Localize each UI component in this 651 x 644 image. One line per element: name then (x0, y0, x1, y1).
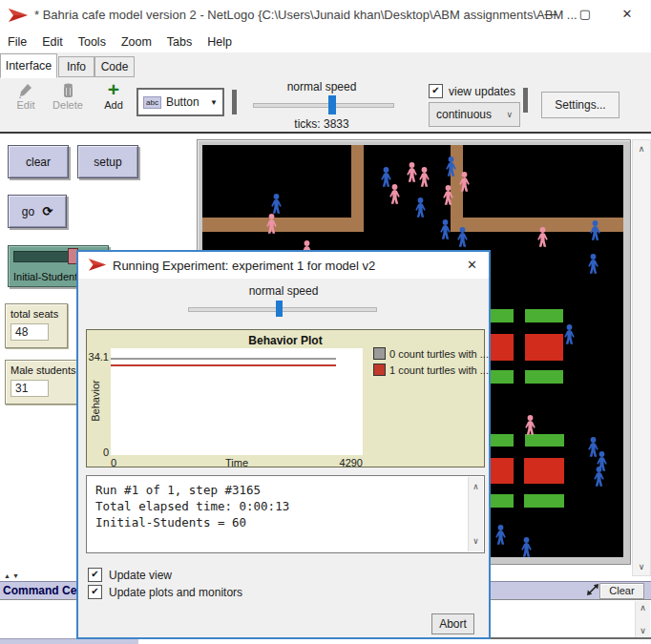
add-button[interactable]: + Add (98, 79, 129, 111)
student-agent-blue (587, 254, 599, 274)
student-agent-blue (563, 324, 576, 344)
student-agent-blue (270, 194, 283, 214)
scroll-down-icon[interactable]: ∨ (636, 626, 650, 635)
menu-file[interactable]: File (0, 32, 34, 52)
checkbox-check-icon: ✔ (88, 585, 102, 599)
student-agent-pink (418, 167, 430, 187)
monitor-label: Male students (10, 364, 75, 376)
toolbar-separator (232, 90, 237, 114)
y-axis-label: Behavior (90, 363, 101, 439)
x-axis-max-label: 4290 (111, 457, 363, 468)
forever-loop-icon: ⟳ (42, 204, 52, 218)
tab-interface[interactable]: Interface (0, 53, 57, 78)
checkbox-check-icon: ✔ (88, 568, 102, 582)
dialog-speed-slider-track[interactable] (188, 307, 377, 312)
close-button[interactable]: ✕ (613, 7, 641, 21)
netlogo-window: * Bahria cafe model version 2 - NetLogo … (0, 0, 651, 644)
pencil-icon (19, 83, 32, 99)
scroll-up-icon[interactable]: ∧ (636, 603, 650, 613)
title-bar: * Bahria cafe model version 2 - NetLogo … (0, 0, 651, 31)
settings-button[interactable]: Settings... (541, 92, 620, 118)
cafe-seat-red (524, 458, 564, 484)
abort-button[interactable]: Abort (431, 613, 474, 634)
cafe-seat-green (491, 309, 514, 322)
splitter-handle-icon[interactable]: ▲▼ (4, 572, 21, 579)
speed-slider-handle[interactable] (328, 95, 336, 114)
student-agent-blue (520, 537, 533, 557)
total-seats-monitor: total seats 48 (5, 303, 68, 348)
dropdown-arrow-icon: ▼ (210, 98, 218, 107)
tab-info[interactable]: Info (58, 56, 94, 77)
menu-tabs[interactable]: Tabs (159, 32, 200, 52)
speed-label: normal speed (250, 80, 393, 93)
menu-zoom[interactable]: Zoom (114, 32, 159, 52)
legend-swatch-gray (373, 347, 386, 360)
netlogo-logo-icon (89, 258, 107, 272)
student-agent-pink (406, 162, 418, 182)
legend-label: 0 count turtles with ... (389, 348, 489, 360)
minimize-button[interactable]: — (536, 7, 565, 21)
clear-button[interactable]: clear (8, 145, 69, 178)
student-agent-blue (456, 227, 469, 247)
experiment-output[interactable]: Run #1 of 1, step #3165 Total elapsed ti… (86, 475, 485, 553)
tab-code[interactable]: Code (94, 56, 135, 77)
update-mode-value: continuous (436, 108, 492, 121)
dialog-speed-slider-handle[interactable] (276, 301, 283, 317)
student-agent-blue (589, 220, 601, 240)
delete-button[interactable]: Delete (48, 83, 88, 111)
add-label: Add (98, 99, 129, 111)
y-axis-min-label: 0 (94, 447, 109, 458)
edit-label: Edit (8, 99, 44, 111)
menu-tools[interactable]: Tools (71, 32, 114, 52)
checkbox-check-icon: ✔ (429, 84, 443, 98)
student-agent-pink (524, 415, 536, 435)
student-agent-pink (458, 172, 471, 192)
maximize-button[interactable]: ▢ (571, 7, 599, 21)
dialog-title-bar: Running Experiment: experiment 1 for mod… (78, 252, 489, 279)
widget-type-value: Button (166, 95, 200, 109)
student-agent-pink (388, 184, 401, 204)
legend-swatch-red (373, 364, 386, 376)
detach-arrows-icon[interactable] (586, 584, 599, 596)
view-updates-checkbox[interactable]: ✔ view updates (429, 84, 515, 98)
student-agent-pink (442, 185, 454, 205)
running-experiment-dialog: Running Experiment: experiment 1 for mod… (76, 250, 491, 639)
plot-area (111, 348, 363, 455)
cafe-seat-green (525, 434, 564, 447)
cafe-seat-green (489, 494, 514, 508)
output-scrollbar[interactable]: ∧ ∨ (468, 477, 483, 551)
delete-label: Delete (48, 99, 88, 111)
speed-slider-track[interactable] (253, 103, 394, 108)
cafe-seat-green (489, 434, 514, 447)
cafe-wall (351, 145, 364, 232)
toolbar-separator-2 (523, 88, 528, 113)
menu-bar: File Edit Tools Zoom Tabs Help (0, 31, 651, 52)
scroll-down-icon[interactable]: ∨ (633, 562, 650, 571)
update-plots-checkbox[interactable]: ✔ Update plots and monitors (88, 585, 242, 599)
widget-type-dropdown[interactable]: abc Button ▼ (136, 88, 224, 116)
scroll-down-icon[interactable]: ∨ (469, 533, 483, 550)
student-agent-pink (536, 227, 549, 247)
male-students-monitor: Male students 31 (5, 360, 81, 405)
menu-edit[interactable]: Edit (34, 32, 71, 52)
dialog-speed-label: normal speed (78, 284, 489, 298)
command-center-clear-button[interactable]: Clear (599, 583, 644, 599)
dialog-close-icon[interactable]: ✕ (467, 258, 477, 272)
update-view-checkbox[interactable]: ✔ Update view (88, 568, 172, 582)
update-mode-dropdown[interactable]: continuous ∨ (429, 102, 520, 127)
scroll-up-icon[interactable]: ∧ (633, 144, 650, 154)
legend-entry: 0 count turtles with ... (373, 347, 489, 360)
monitor-label: total seats (10, 308, 58, 320)
plot-title: Behavior Plot (87, 334, 484, 347)
command-scrollbar[interactable]: ∧ ∨ (635, 601, 650, 637)
edit-button[interactable]: Edit (8, 83, 44, 111)
setup-button[interactable]: setup (77, 145, 138, 178)
plus-icon: + (98, 79, 129, 99)
netlogo-logo-icon (9, 8, 29, 23)
chevron-down-icon: ∨ (506, 110, 513, 119)
scroll-up-icon[interactable]: ∧ (469, 479, 483, 495)
menu-help[interactable]: Help (200, 32, 240, 52)
go-button[interactable]: go ⟳ (8, 195, 67, 228)
window-title: * Bahria cafe model version 2 - NetLogo … (34, 8, 578, 22)
main-scrollbar[interactable]: ∧ ∨ (632, 139, 651, 576)
